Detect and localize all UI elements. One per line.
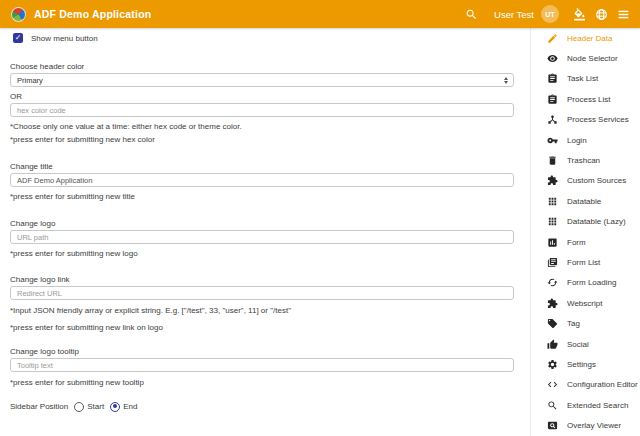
- sidebar-position-start-radio[interactable]: [74, 402, 84, 412]
- header-data-form: ✓ Show menu button Choose header color P…: [0, 28, 529, 436]
- trash-icon: [547, 155, 558, 166]
- sidebar-item-overlay-viewer[interactable]: Overlay Viewer: [531, 415, 640, 435]
- nav-sidebar: Header Data Node Selector Task List Proc…: [530, 28, 640, 436]
- show-menu-checkbox[interactable]: ✓: [13, 33, 23, 43]
- grid-icon: [547, 216, 558, 227]
- format-color-fill-icon[interactable]: [573, 8, 586, 21]
- select-spinner-icon: [504, 77, 508, 84]
- sidebar-item-custom-sources[interactable]: Custom Sources: [531, 171, 640, 191]
- doc-list-icon: [547, 257, 558, 268]
- puzzle-icon: [547, 298, 558, 309]
- sidebar-item-social[interactable]: Social: [531, 334, 640, 354]
- sidebar-position-end-radio[interactable]: [110, 402, 120, 412]
- eye-icon: [547, 53, 558, 64]
- header-color-label: Choose header color: [10, 62, 514, 72]
- gear-icon: [547, 359, 558, 370]
- thumb-up-icon: [547, 339, 558, 350]
- show-menu-row: ✓ Show menu button: [10, 32, 514, 44]
- sidebar-item-tag[interactable]: Tag: [531, 313, 640, 333]
- menu-icon[interactable]: [617, 8, 630, 21]
- change-logo-label: Change logo: [10, 219, 514, 229]
- sidebar-position-start-label: Start: [87, 402, 104, 411]
- hub-icon: [547, 114, 558, 125]
- sidebar-position-label: Sidebar Position: [10, 402, 68, 411]
- app-header: ADF Demo Application User Test UT: [0, 0, 640, 28]
- tooltip-note: *press enter for submitting new tooltip: [10, 378, 514, 388]
- change-logo-tooltip-input[interactable]: [10, 358, 514, 372]
- app-title: ADF Demo Application: [34, 8, 151, 20]
- change-logo-input[interactable]: [10, 230, 514, 244]
- or-label: OR: [10, 92, 514, 102]
- sidebar-position-row: Sidebar Position Start End: [10, 400, 514, 413]
- user-name: User Test: [494, 9, 534, 20]
- sidebar-item-login[interactable]: Login: [531, 130, 640, 150]
- sidebar-item-configuration-editor[interactable]: Configuration Editor: [531, 375, 640, 395]
- chart-icon: [547, 237, 558, 248]
- tag-icon: [547, 318, 558, 329]
- key-icon: [547, 135, 558, 146]
- sidebar-item-trashcan[interactable]: Trashcan: [531, 150, 640, 170]
- show-menu-label: Show menu button: [31, 34, 98, 43]
- sidebar-item-form-loading[interactable]: Form Loading: [531, 273, 640, 293]
- clipboard-icon: [547, 73, 558, 84]
- globe-icon[interactable]: [595, 8, 608, 21]
- hex-note-1: *Choose only one value at a time: either…: [10, 122, 514, 132]
- sync-icon: [547, 277, 558, 288]
- hex-note-2: *press enter for submitting new hex colo…: [10, 135, 514, 145]
- sidebar-item-datatable[interactable]: Datatable: [531, 191, 640, 211]
- sidebar-item-webscript[interactable]: Webscript: [531, 293, 640, 313]
- sidebar-item-extended-search[interactable]: Extended Search: [531, 395, 640, 415]
- app-logo-icon[interactable]: [11, 7, 26, 22]
- sidebar-item-datatable-lazy[interactable]: Datatable (Lazy): [531, 212, 640, 232]
- sidebar-item-process-services[interactable]: Process Services: [531, 110, 640, 130]
- grid-icon: [547, 196, 558, 207]
- change-logo-link-input[interactable]: [10, 286, 514, 300]
- edit-icon: [547, 33, 558, 44]
- clipboard-icon: [547, 94, 558, 105]
- sidebar-position-end-label: End: [123, 402, 137, 411]
- title-note: *press enter for submitting new title: [10, 192, 514, 202]
- adf-demo-application: ADF Demo Application User Test UT ✓ Show…: [0, 0, 640, 436]
- sidebar-item-form[interactable]: Form: [531, 232, 640, 252]
- sidebar-item-form-list[interactable]: Form List: [531, 252, 640, 272]
- logo-link-note-1: *Input JSON friendly array or explicit s…: [10, 306, 514, 316]
- change-logo-link-label: Change logo link: [10, 275, 514, 285]
- logo-note: *press enter for submitting new logo: [10, 249, 514, 259]
- puzzle-icon: [547, 175, 558, 186]
- hex-color-input[interactable]: [10, 103, 514, 117]
- search-icon[interactable]: [465, 8, 478, 21]
- sidebar-item-node-selector[interactable]: Node Selector: [531, 48, 640, 68]
- change-title-input[interactable]: [10, 173, 514, 187]
- search-icon: [547, 400, 558, 411]
- sidebar-item-process-list[interactable]: Process List: [531, 89, 640, 109]
- change-logo-tooltip-label: Change logo tooltip: [10, 347, 514, 357]
- page-search-icon: [547, 420, 558, 431]
- sidebar-item-header-data[interactable]: Header Data: [531, 28, 640, 48]
- sidebar-item-task-list[interactable]: Task List: [531, 69, 640, 89]
- header-color-select[interactable]: Primary: [10, 73, 514, 87]
- change-title-label: Change title: [10, 162, 514, 172]
- logo-link-note-2: *press enter for submitting new link on …: [10, 323, 514, 333]
- avatar[interactable]: UT: [541, 5, 559, 23]
- header-color-selected-value: Primary: [17, 76, 43, 85]
- code-icon: [547, 379, 558, 390]
- sidebar-item-settings[interactable]: Settings: [531, 354, 640, 374]
